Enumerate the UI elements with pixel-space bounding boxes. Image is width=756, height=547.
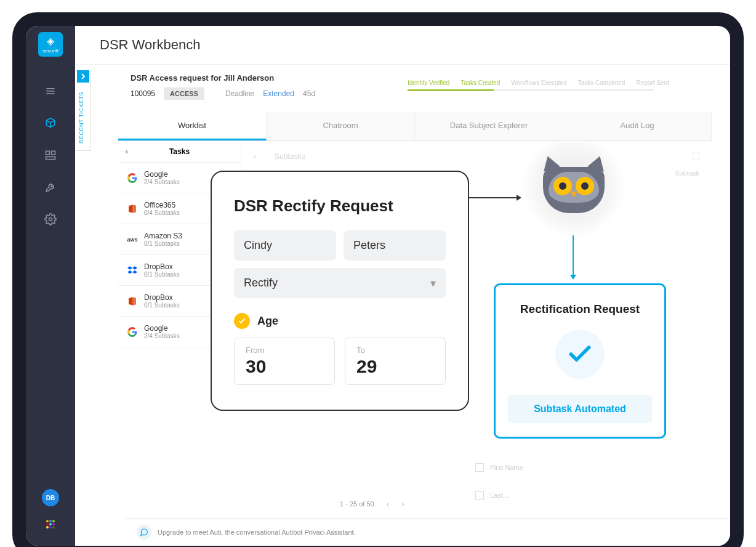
progress-step: Workflows Executed [511, 79, 566, 86]
connector-arrow-down [573, 235, 574, 278]
user-avatar[interactable]: DB [42, 489, 59, 506]
last-name-field[interactable]: Peters [344, 230, 446, 261]
svg-point-15 [52, 526, 55, 529]
brand-logo[interactable]: ◈ securiti [38, 32, 63, 57]
device-frame: ◈ securiti DB [12, 12, 744, 547]
from-field[interactable]: From 30 [234, 338, 335, 385]
svg-rect-4 [52, 151, 55, 155]
progress-step: Tasks Completed [578, 79, 625, 86]
svg-rect-3 [46, 151, 50, 155]
task-subtask-count: 0/4 Subtasks [144, 209, 180, 216]
progress-step: Report Sent [636, 79, 669, 86]
check-icon [234, 313, 250, 329]
task-subtask-count: 0/1 Subtasks [144, 240, 182, 247]
tab-chatroom[interactable]: Chatroom [267, 112, 415, 140]
result-status: Subtask Automated [508, 395, 652, 423]
task-name: Amazon S3 [144, 232, 182, 240]
tab-data-subject-explorer[interactable]: Data Subject Explorer [415, 112, 563, 140]
chevron-right-icon[interactable] [77, 70, 89, 83]
pagination: 1 - 25 of 50 ‹ › [340, 499, 404, 509]
task-subtask-count: 2/4 Subtasks [144, 179, 180, 185]
menu-icon[interactable] [39, 80, 62, 102]
subtask-header-label: Subtasks [275, 152, 305, 161]
deadline-label: Deadline [225, 89, 254, 98]
progress-steps: Identity Verified Tasks Created Workflow… [408, 79, 669, 86]
expand-icon[interactable]: ⛶ [692, 152, 699, 161]
svg-point-6 [49, 218, 52, 221]
svg-point-11 [49, 523, 52, 525]
tabs: Worklist Chatroom Data Subject Explorer … [118, 112, 712, 141]
task-name: Google [144, 324, 180, 333]
recent-tickets-panel[interactable]: RECENT TICKETS [75, 71, 91, 151]
attribute-label: Age [257, 315, 278, 328]
deadline-days: 45d [303, 89, 315, 98]
svg-point-13 [46, 526, 49, 529]
progress-step: Identity Verified [408, 79, 449, 86]
chat-icon [137, 525, 151, 540]
rectify-request-card: DSR Rectify Request Cindy Peters Rectify… [211, 171, 469, 411]
subtask-column-label: Subtask [675, 169, 699, 177]
cube-icon[interactable] [39, 112, 62, 134]
progress-step: Tasks Created [460, 79, 500, 86]
svg-point-14 [49, 526, 52, 529]
task-name: DropBox [144, 262, 180, 271]
request-type-badge: ACCESS [164, 87, 204, 100]
connector-arrow-right [468, 197, 520, 198]
success-check-icon [555, 330, 605, 379]
google-icon [127, 326, 138, 338]
faded-checkbox: First Name [475, 463, 523, 472]
pagination-label: 1 - 25 of 50 [340, 500, 374, 508]
device-screen: ◈ securiti DB [26, 26, 730, 546]
page-prev[interactable]: ‹ [387, 499, 390, 509]
svg-point-9 [52, 520, 55, 522]
task-name: Office365 [144, 201, 180, 209]
tab-worklist[interactable]: Worklist [118, 112, 267, 140]
aws-icon: aws [127, 234, 138, 245]
request-id: 100095 [131, 89, 155, 98]
brand-name: securiti [42, 48, 58, 54]
result-title: Rectification Request [508, 302, 652, 316]
progress-bar [408, 89, 654, 91]
gear-icon[interactable] [39, 208, 62, 230]
footer-text: Upgrade to meet Auti, the conversational… [158, 529, 356, 536]
action-select-value: Rectify [244, 277, 278, 289]
office-icon [127, 203, 138, 214]
rectification-result-card: Rectification Request Subtask Automated [494, 283, 666, 439]
rectify-title: DSR Rectify Request [234, 197, 446, 216]
task-subtask-count: 0/1 Subtasks [144, 271, 180, 278]
from-label: From [246, 346, 323, 355]
page-title: DSR Workbench [75, 26, 730, 65]
action-select[interactable]: Rectify ▾ [234, 268, 446, 298]
svg-rect-5 [46, 157, 55, 160]
apps-icon[interactable] [41, 515, 60, 533]
task-list-header: ‹ Tasks [118, 141, 241, 163]
google-icon [127, 172, 138, 184]
task-list-title: Tasks [169, 147, 190, 156]
chevron-down-icon: ▾ [430, 277, 436, 290]
wrench-icon[interactable] [39, 176, 62, 198]
to-field[interactable]: To 29 [345, 338, 446, 385]
task-name: DropBox [144, 293, 180, 302]
sidebar: ◈ securiti DB [26, 26, 75, 546]
from-value: 30 [246, 356, 323, 377]
svg-point-8 [49, 520, 52, 522]
to-label: To [356, 346, 434, 355]
office-icon [127, 296, 138, 307]
dropbox-icon [127, 265, 138, 276]
footer-upgrade-bar[interactable]: Upgrade to meet Auti, the conversational… [124, 518, 730, 546]
task-name: Google [144, 170, 180, 179]
recent-tickets-label: RECENT TICKETS [78, 92, 84, 144]
task-subtask-count: 2/4 Subtasks [144, 333, 180, 339]
to-value: 29 [356, 356, 434, 377]
deadline-status: Extended [263, 89, 294, 98]
page-next[interactable]: › [401, 499, 404, 509]
owl-avatar [521, 134, 626, 238]
layout-icon[interactable] [39, 144, 62, 166]
svg-point-7 [46, 520, 49, 522]
svg-point-10 [46, 523, 49, 525]
chevron-left-icon[interactable]: ‹ [126, 147, 128, 156]
task-subtask-count: 0/1 Subtasks [144, 302, 180, 309]
shield-icon: ◈ [47, 35, 54, 47]
first-name-field[interactable]: Cindy [234, 230, 336, 261]
svg-point-12 [52, 523, 55, 525]
